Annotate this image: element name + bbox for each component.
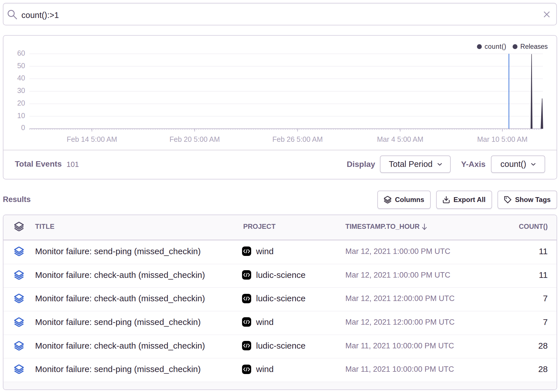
svg-text:0: 0 [21, 124, 25, 132]
svg-text:30: 30 [17, 86, 25, 94]
svg-text:Feb 26 5:00 AM: Feb 26 5:00 AM [272, 135, 323, 143]
svg-text:Feb 14 5:00 AM: Feb 14 5:00 AM [67, 135, 117, 143]
svg-text:60: 60 [17, 49, 25, 57]
svg-text:10: 10 [17, 112, 25, 120]
svg-text:Mar 4 5:00 AM: Mar 4 5:00 AM [377, 135, 424, 143]
svg-text:50: 50 [17, 62, 25, 70]
svg-text:20: 20 [17, 99, 25, 107]
svg-text:40: 40 [17, 74, 25, 82]
svg-text:Mar 10 5:00 AM: Mar 10 5:00 AM [477, 135, 527, 143]
svg-text:Feb 20 5:00 AM: Feb 20 5:00 AM [170, 135, 220, 143]
